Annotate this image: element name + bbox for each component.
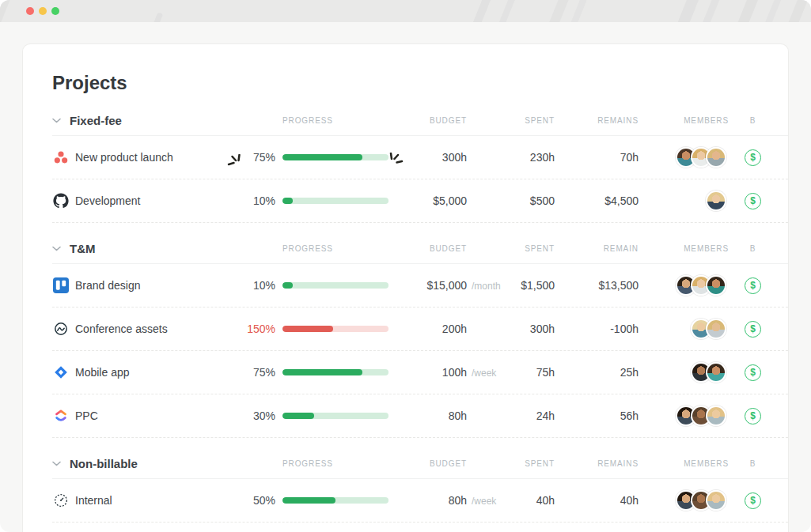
column-header-remain: REMAINS xyxy=(555,116,639,125)
project-name: PPC xyxy=(75,409,98,422)
avatar xyxy=(706,319,726,339)
section-title: T&M xyxy=(70,242,96,255)
project-name-cell[interactable]: PPC xyxy=(52,408,238,424)
section-title: Non-billable xyxy=(70,457,138,470)
project-row[interactable]: PPC30%80h24h56h$ xyxy=(52,394,788,438)
project-row[interactable]: Conference assets150%200h300h-100h$ xyxy=(52,308,788,351)
billable-icon[interactable]: $ xyxy=(745,193,761,209)
progress-value: 50% xyxy=(238,494,275,507)
basecamp-icon xyxy=(53,321,69,337)
column-header-budget: BUDGET xyxy=(388,459,499,468)
page-title: Projects xyxy=(52,71,788,95)
progress-value: 10% xyxy=(238,279,275,292)
column-header-members: MEMBERS xyxy=(639,116,729,125)
members-cell xyxy=(639,191,729,211)
progress-cell: 75% xyxy=(238,366,388,379)
progress-bar-fill xyxy=(282,326,333,332)
column-header-members: MEMBERS xyxy=(639,244,729,253)
section-title: Fixed-fee xyxy=(70,114,122,127)
brush-texture xyxy=(471,0,492,22)
billable-icon[interactable]: $ xyxy=(745,492,761,509)
billable-icon[interactable]: $ xyxy=(745,149,761,166)
project-row[interactable]: Brand design10%$15,000/month$1,500$13,50… xyxy=(52,264,788,308)
window-zoom-button[interactable] xyxy=(51,7,59,15)
window-close-button[interactable] xyxy=(26,7,34,15)
project-row[interactable]: New product launch75%300h230h70h$ xyxy=(52,136,788,179)
timer-icon xyxy=(53,492,69,508)
project-name: Brand design xyxy=(75,279,141,292)
brush-texture xyxy=(153,12,163,22)
project-name-cell[interactable]: Brand design xyxy=(52,277,238,293)
budget-cell: $15,000/month xyxy=(388,279,499,292)
chevron-down-icon xyxy=(52,461,61,466)
remains-value: $4,500 xyxy=(555,194,639,207)
asana-icon xyxy=(53,149,69,165)
members-cell xyxy=(639,362,729,383)
column-header-budget: BUDGET xyxy=(388,244,499,253)
section-header-row: Fixed-feePROGRESSBUDGETSPENTREMAINSMEMBE… xyxy=(52,106,788,136)
progress-bar xyxy=(282,413,388,419)
billable-icon[interactable]: $ xyxy=(745,277,761,294)
section-toggle[interactable]: T&M xyxy=(52,242,238,255)
projects-card: Projects Fixed-feePROGRESSBUDGETSPENTREM… xyxy=(22,43,789,532)
progress-bar xyxy=(282,326,388,332)
app-window: Projects Fixed-feePROGRESSBUDGETSPENTREM… xyxy=(0,0,811,532)
brush-texture xyxy=(547,0,570,22)
column-header-progress: PROGRESS xyxy=(238,459,388,468)
avatar xyxy=(706,362,726,383)
column-header-spent: SPENT xyxy=(499,116,555,125)
project-name-cell[interactable]: Conference assets xyxy=(52,321,238,337)
billable-cell: $ xyxy=(729,321,767,338)
spent-value: $1,500 xyxy=(499,279,555,292)
billable-icon[interactable]: $ xyxy=(745,321,761,338)
spent-value: 24h xyxy=(499,409,555,422)
progress-bar-fill xyxy=(282,369,362,375)
section-header-row: T&MPROGRESSBUDGETSPENTREMAINMEMBERSB xyxy=(52,234,788,264)
members-cell xyxy=(639,147,729,168)
project-name-cell[interactable]: Internal xyxy=(52,492,238,508)
clickup-icon xyxy=(53,408,69,424)
window-minimize-button[interactable] xyxy=(39,7,47,15)
project-name: Conference assets xyxy=(75,323,168,335)
spent-value: 75h xyxy=(499,366,555,379)
progress-cell: 150% xyxy=(238,323,388,335)
budget-value: 200h xyxy=(388,323,467,335)
project-name: Mobile app xyxy=(75,366,130,379)
brush-texture xyxy=(568,0,587,22)
project-name-cell[interactable]: Development xyxy=(52,193,238,209)
billable-cell: $ xyxy=(729,364,767,381)
progress-bar-fill xyxy=(282,154,362,160)
column-header-remain: REMAINS xyxy=(555,459,639,468)
section-non-billable: Non-billablePROGRESSBUDGETSPENTREMAINSME… xyxy=(52,449,788,523)
budget-cell: $5,000 xyxy=(388,194,499,207)
project-row[interactable]: Internal50%80h/week40h40h$ xyxy=(52,479,788,523)
project-name-cell[interactable]: Mobile app xyxy=(52,364,238,380)
section-fixed-fee: Fixed-feePROGRESSBUDGETSPENTREMAINSMEMBE… xyxy=(52,106,788,223)
progress-cell: 10% xyxy=(238,279,388,292)
github-icon xyxy=(53,193,69,209)
billable-icon[interactable]: $ xyxy=(745,364,761,381)
avatar xyxy=(706,147,726,168)
section-toggle[interactable]: Non-billable xyxy=(52,457,238,470)
project-row[interactable]: Development10%$5,000$500$4,500$ xyxy=(52,179,788,223)
section-toggle[interactable]: Fixed-fee xyxy=(52,114,238,127)
budget-value: 80h xyxy=(388,494,467,507)
trello-icon xyxy=(53,277,69,293)
progress-bar-fill xyxy=(282,497,335,504)
budget-unit: /week xyxy=(467,496,499,507)
project-name-cell[interactable]: New product launch xyxy=(52,149,238,165)
avatar xyxy=(706,191,726,211)
project-row[interactable]: Mobile app75%100h/week75h25h$ xyxy=(52,351,788,394)
brush-texture xyxy=(735,0,760,22)
billable-icon[interactable]: $ xyxy=(745,408,761,424)
project-name: Internal xyxy=(75,494,112,507)
members-cell xyxy=(639,275,729,296)
progress-bar xyxy=(282,497,388,504)
progress-value: 150% xyxy=(238,323,275,335)
budget-value: 80h xyxy=(388,409,467,422)
progress-bar-fill xyxy=(282,413,314,419)
progress-bar xyxy=(282,282,388,289)
billable-cell: $ xyxy=(729,149,767,166)
section-header-row: Non-billablePROGRESSBUDGETSPENTREMAINSME… xyxy=(52,449,788,479)
members-cell xyxy=(639,490,729,511)
